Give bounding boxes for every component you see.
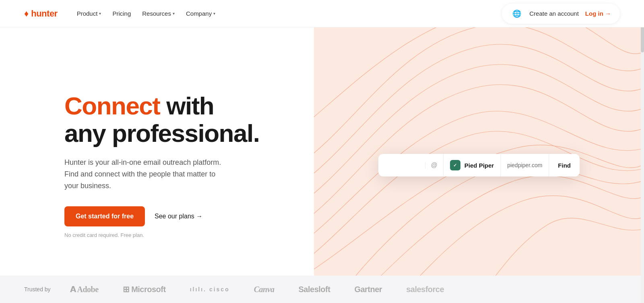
company-section: ✓ Pied Piper <box>444 154 501 176</box>
main-layout: Connect withany professional. Hunter is … <box>0 0 644 303</box>
salesforce-logo: salesforce <box>406 285 444 294</box>
trusted-logos: 𝗔 Adobe ⊞ Microsoft ılılı. cisco Canva S… <box>70 284 444 294</box>
chevron-down-icon: ▾ <box>99 11 101 16</box>
hero-actions: Get started for free See our plans → <box>64 206 259 226</box>
see-plans-link[interactable]: See our plans → <box>155 213 202 220</box>
microsoft-logo: ⊞ Microsoft <box>123 284 166 294</box>
company-name: Pied Piper <box>464 162 494 169</box>
trusted-label: Trusted by <box>24 286 51 293</box>
nav-right: 🌐 Create an account Log in → <box>502 4 620 24</box>
trusted-bar: Trusted by 𝗔 Adobe ⊞ Microsoft ılılı. ci… <box>0 276 644 303</box>
hero-title: Connect withany professional. <box>64 92 259 147</box>
at-symbol: @ <box>425 154 444 176</box>
navbar: ♦ hunter Product ▾ Pricing Resources ▾ C… <box>0 0 644 27</box>
nav-links: Product ▾ Pricing Resources ▾ Company ▾ <box>72 7 502 20</box>
email-input-section[interactable] <box>378 162 425 169</box>
logo-text: hunter <box>31 8 57 19</box>
logo-link[interactable]: ♦ hunter <box>24 8 58 19</box>
logo-icon: ♦ <box>24 8 29 19</box>
cisco-logo: ılılı. cisco <box>190 286 230 293</box>
auth-container: 🌐 Create an account Log in → <box>502 4 620 24</box>
disclaimer-text: No credit card required. Free plan. <box>64 232 259 238</box>
scrollbar[interactable] <box>641 0 644 303</box>
nav-company[interactable]: Company ▾ <box>181 7 220 20</box>
domain-display: piedpiper.com <box>501 154 549 176</box>
find-button[interactable]: Find <box>549 154 580 176</box>
adobe-logo: 𝗔 Adobe <box>70 284 99 294</box>
email-finder-widget: @ ✓ Pied Piper piedpiper.com Find <box>378 154 580 176</box>
gartner-logo: Gartner <box>354 285 382 294</box>
email-input[interactable] <box>385 162 419 169</box>
right-panel: .line{fill:none;stroke:#e8490f;stroke-wi… <box>314 27 644 303</box>
create-account-button[interactable]: Create an account <box>529 10 579 17</box>
nav-product[interactable]: Product ▾ <box>72 7 106 20</box>
company-icon: ✓ <box>450 160 460 170</box>
chevron-down-icon: ▾ <box>173 11 175 16</box>
chevron-down-icon: ▾ <box>213 11 215 16</box>
canva-logo: Canva <box>254 285 275 294</box>
left-panel: Connect withany professional. Hunter is … <box>0 27 314 303</box>
hero-subtitle: Hunter is your all-in-one email outreach… <box>64 157 259 191</box>
hero-content: Connect withany professional. Hunter is … <box>64 92 259 238</box>
get-started-button[interactable]: Get started for free <box>64 206 145 226</box>
nav-resources[interactable]: Resources ▾ <box>137 7 180 20</box>
salesloft-logo: Salesloft <box>299 285 330 294</box>
login-button[interactable]: Log in → <box>585 10 611 17</box>
nav-pricing[interactable]: Pricing <box>107 7 136 20</box>
language-button[interactable]: 🌐 <box>511 8 523 20</box>
